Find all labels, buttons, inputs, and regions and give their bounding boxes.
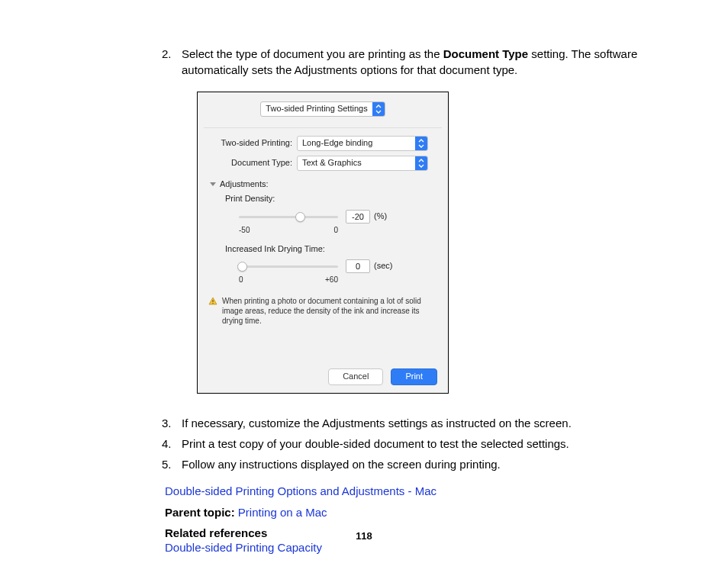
step-4-text: Print a test copy of your double-sided d… — [182, 437, 569, 450]
print-density-slider[interactable] — [239, 211, 338, 222]
print-density-value[interactable]: -20 — [346, 210, 370, 224]
step-3-text: If necessary, customize the Adjustments … — [182, 417, 572, 429]
step-num-4: 4. — [162, 436, 172, 452]
section-dropdown[interactable]: Two-sided Printing Settings — [260, 101, 385, 117]
step-2-bold: Document Type — [443, 47, 528, 60]
section-dropdown-value: Two-sided Printing Settings — [261, 103, 372, 114]
adjustments-disclosure[interactable]: Adjustments: — [208, 179, 437, 190]
disclosure-triangle-icon — [210, 182, 216, 186]
doc-type-value: Text & Graphics — [298, 157, 366, 169]
step-5-text: Follow any instructions displayed on the… — [182, 458, 501, 471]
step-num-2: 2. — [162, 46, 172, 62]
two-sided-value: Long-Edge binding — [298, 137, 377, 149]
step-2-text-pre: Select the type of document you are prin… — [182, 47, 443, 60]
related-ref-link[interactable]: Double-sided Printing Capacity — [165, 541, 322, 554]
dry-max: +60 — [325, 275, 338, 285]
cancel-label: Cancel — [343, 371, 369, 382]
chevron-updown-icon — [372, 102, 385, 116]
drying-time-slider[interactable] — [239, 261, 338, 272]
drying-time-value[interactable]: 0 — [346, 259, 370, 273]
density-min: -50 — [239, 225, 250, 236]
doc-type-select[interactable]: Text & Graphics — [297, 156, 428, 171]
drying-time-unit: (sec) — [374, 260, 392, 272]
svg-rect-0 — [212, 300, 213, 302]
print-button[interactable]: Print — [391, 368, 437, 385]
adjustments-label: Adjustments: — [220, 179, 269, 190]
print-dialog: Two-sided Printing Settings Two-sided Pr… — [197, 92, 449, 394]
step-5: 5. Follow any instructions displayed on … — [165, 456, 659, 472]
step-4: 4. Print a test copy of your double-side… — [165, 436, 659, 452]
subtopic-link[interactable]: Double-sided Printing Options and Adjust… — [165, 484, 436, 497]
dry-min: 0 — [239, 275, 243, 285]
print-density-unit: (%) — [374, 211, 387, 222]
warning-icon — [208, 297, 217, 306]
svg-rect-1 — [212, 303, 213, 304]
parent-topic-label: Parent topic: — [165, 506, 235, 519]
step-num-5: 5. — [162, 456, 172, 472]
step-num-3: 3. — [162, 415, 172, 431]
print-density-label: Print Density: — [225, 193, 437, 204]
chevron-updown-icon — [415, 137, 427, 150]
chevron-updown-icon — [415, 156, 427, 170]
doc-type-label: Document Type: — [208, 157, 297, 169]
density-max: 0 — [333, 225, 338, 236]
warning-text: When printing a photo or document contai… — [222, 296, 437, 326]
parent-topic-link[interactable]: Printing on a Mac — [238, 506, 327, 519]
step-2: 2. Select the type of document you are p… — [165, 46, 659, 394]
cancel-button[interactable]: Cancel — [328, 368, 383, 385]
step-3: 3. If necessary, customize the Adjustmen… — [165, 415, 659, 431]
page-number: 118 — [0, 530, 728, 542]
print-label: Print — [405, 371, 423, 382]
two-sided-select[interactable]: Long-Edge binding — [297, 136, 428, 151]
drying-time-label: Increased Ink Drying Time: — [225, 243, 437, 255]
two-sided-label: Two-sided Printing: — [208, 137, 297, 149]
